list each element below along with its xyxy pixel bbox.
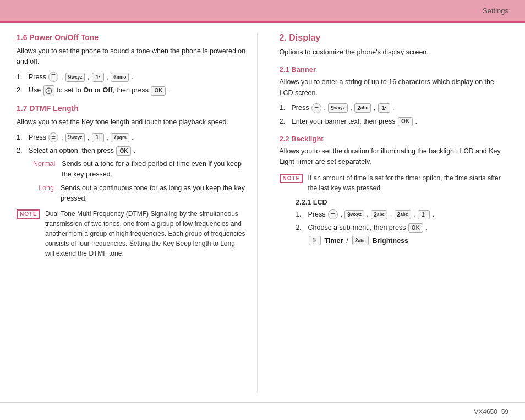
section-2-heading: 2. Display [280, 33, 509, 43]
step-1-6-1: 1. Press ☰ , 9wxyz , 1· , 6mno . [17, 72, 246, 82]
key-ok-1-7: OK [116, 146, 131, 156]
section-1-7-heading: 1.7 DTMF Length [17, 104, 246, 113]
option-long-desc: Sends out a continuous tone for as long … [61, 183, 246, 204]
section-1-7: 1.7 DTMF Length Allows you to set the Ke… [17, 104, 246, 258]
key-9ways-2-2-1: 9wxyz [344, 210, 364, 219]
key-ok: OK [151, 86, 166, 96]
step-2-1-2: 2. Enter your banner text, then press OK… [280, 117, 509, 127]
key-2abc-2-2-1a: 2abc [371, 210, 387, 219]
section-2-2-1-heading: 2.2.1 LCD [296, 198, 509, 206]
key-9ways-2-1: 9wxyz [328, 103, 347, 113]
right-column: 2. Display Options to customize the phon… [274, 33, 509, 393]
step-2-1-1: 1. Press ☰ , 9wxyz , 2abc , 1· . [280, 103, 509, 113]
key-nav: ⊙ [43, 85, 54, 96]
key-2abc-2-1: 2abc [354, 103, 371, 113]
key-6mno: 6mno [111, 73, 129, 82]
key-1-2-1: 1· [378, 103, 390, 113]
key-menu-1-7: ☰ [48, 132, 58, 142]
section-2-2-desc: Allows you to set the duration for illum… [280, 146, 509, 168]
key-1: 1· [92, 73, 104, 82]
option-long-label: Long [33, 183, 54, 204]
footer-model: VX4650 [474, 408, 497, 416]
section-2-2-heading: 2.2 Backlight [280, 135, 509, 143]
key-ok-2-1: OK [398, 117, 413, 126]
key-1-2-2-1: 1· [418, 210, 430, 219]
option-normal-desc: Sends out a tone for a fixed period of t… [62, 159, 245, 180]
key-2abc-submenu: 2abc [352, 236, 369, 245]
option-normal-label: Normal [33, 159, 55, 180]
step-1-7-2: 2. Select an option, then press OK . [17, 146, 246, 156]
step-1-6-2: 2. Use ⊙ to set to On or Off, then press… [17, 85, 246, 96]
submenu-brightness-label: Brightness [373, 237, 408, 245]
key-ok-2-2-1: OK [408, 223, 423, 233]
note-1-7-label: NOTE [17, 209, 40, 219]
option-list-1-7: Normal Sends out a tone for a fixed peri… [33, 159, 246, 203]
section-1-6-heading: 1.6 Power On/Off Tone [17, 33, 246, 42]
note-2-2-label: NOTE [280, 174, 303, 183]
option-normal: Normal Sends out a tone for a fixed peri… [33, 159, 246, 180]
note-1-7: NOTE Dual-Tone Multi Frequency (DTMF) Si… [17, 209, 246, 258]
note-2-2-text: If an amount of time is set for the time… [308, 173, 509, 193]
footer: VX4650 59 [0, 402, 525, 420]
step-2-2-1-1: 1. Press ☰ , 9wxyz , 2abc , 2abc , 1· . [296, 209, 509, 220]
key-9ways: 9wxyz [65, 73, 85, 82]
key-1-submenu: 1· [309, 236, 321, 245]
section-2-2: 2.2 Backlight Allows you to set the dura… [280, 135, 509, 246]
section-2-2-1: 2.2.1 LCD 1. Press ☰ , 9wxyz , 2abc , 2a… [296, 198, 509, 246]
section-1-6: 1.6 Power On/Off Tone Allows you to set … [17, 33, 246, 96]
section-1-6-desc: Allows you to set the phone to sound a t… [17, 46, 246, 68]
note-2-2: NOTE If an amount of time is set for the… [280, 173, 509, 193]
section-2-1-heading: 2.1 Banner [280, 65, 509, 74]
section-2: 2. Display Options to customize the phon… [280, 33, 509, 58]
section-1-7-desc: Allows you to set the Key tone length an… [17, 117, 246, 128]
submenu-timer-label: Timer [325, 237, 343, 245]
step-2-2-1-2: 2. Choose a sub-menu, then press OK . [296, 223, 509, 233]
section-2-desc: Options to customize the phone's display… [280, 47, 509, 58]
key-menu-2-1: ☰ [311, 103, 321, 113]
header-title: Settings [483, 7, 508, 15]
key-menu: ☰ [48, 72, 58, 82]
key-1-1-7: 1· [92, 133, 104, 142]
option-long: Long Sends out a continuous tone for as … [33, 183, 246, 204]
step-1-7-1: 1. Press ☰ , 9wxyz , 1· , 7pqrs . [17, 132, 246, 143]
note-1-7-text: Dual-Tone Multi Frequency (DTMF) Signali… [45, 209, 246, 258]
section-2-1-desc: Allows you to enter a string of up to 16… [280, 77, 509, 98]
main-content: 1.6 Power On/Off Tone Allows you to set … [0, 23, 525, 402]
section-2-1: 2.1 Banner Allows you to enter a string … [280, 65, 509, 127]
key-2abc-2-2-1b: 2abc [395, 210, 411, 219]
key-7pqrs: 7pqrs [111, 133, 129, 142]
footer-page: 59 [501, 408, 508, 416]
header-bar: Settings [0, 0, 525, 21]
key-menu-2-2-1: ☰ [328, 209, 338, 219]
submenu-lcd: 1· Timer / 2abc Brightness [308, 236, 509, 245]
left-column: 1.6 Power On/Off Tone Allows you to set … [17, 33, 258, 393]
key-9ways-1-7: 9wxyz [65, 133, 85, 142]
